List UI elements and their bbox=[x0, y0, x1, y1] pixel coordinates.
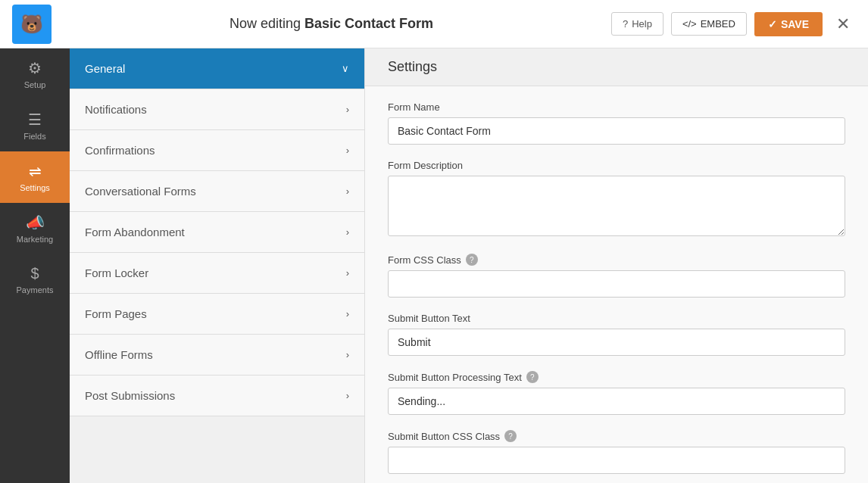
section-form-abandonment-label: Form Abandonment bbox=[85, 226, 185, 238]
topbar-actions: ? Help </> EMBED ✓ SAVE ✕ bbox=[611, 11, 856, 37]
form-css-class-group: Form CSS Class ? bbox=[388, 254, 845, 298]
submit-button-text-label: Submit Button Text bbox=[388, 313, 845, 324]
section-notifications: Notifications › bbox=[70, 89, 364, 130]
form-name-label-text: Form Name bbox=[388, 101, 440, 113]
section-form-pages-header[interactable]: Form Pages › bbox=[70, 294, 364, 334]
submit-button-text-group: Submit Button Text bbox=[388, 313, 845, 356]
submit-button-css-group: Submit Button CSS Class ? bbox=[388, 430, 845, 474]
section-conversational-forms-label: Conversational Forms bbox=[85, 185, 196, 198]
content-area: Settings Form Name Form Description bbox=[365, 48, 868, 483]
section-form-pages-label: Form Pages bbox=[85, 307, 147, 320]
help-button[interactable]: ? Help bbox=[611, 12, 663, 36]
form-name-title: Basic Contact Form bbox=[304, 16, 433, 31]
css-help-icon[interactable]: ? bbox=[504, 430, 517, 442]
section-post-submissions: Post Submissions › bbox=[70, 375, 364, 416]
sidebar-item-setup-label: Setup bbox=[24, 80, 46, 89]
check-icon: ✓ bbox=[768, 18, 777, 30]
section-form-locker-header[interactable]: Form Locker › bbox=[70, 253, 364, 293]
sidebar-item-settings[interactable]: ⇌ Settings bbox=[0, 151, 70, 203]
section-confirmations: Confirmations › bbox=[70, 130, 364, 171]
section-general: General ∨ bbox=[70, 48, 364, 89]
form-css-help-icon[interactable]: ? bbox=[466, 254, 478, 266]
form-description-input[interactable] bbox=[388, 176, 845, 236]
section-confirmations-label: Confirmations bbox=[85, 144, 155, 157]
settings-icon: ⇌ bbox=[29, 162, 42, 180]
section-form-locker-label: Form Locker bbox=[85, 266, 148, 279]
section-conversational-forms-header[interactable]: Conversational Forms › bbox=[70, 171, 364, 211]
marketing-icon: 📣 bbox=[26, 213, 45, 232]
chevron-right-icon: › bbox=[346, 349, 349, 360]
section-conversational-forms: Conversational Forms › bbox=[70, 171, 364, 212]
chevron-right-icon: › bbox=[346, 390, 349, 401]
sidebar-item-fields[interactable]: ☰ Fields bbox=[0, 100, 70, 151]
gear-icon: ⚙ bbox=[28, 59, 42, 77]
submit-button-processing-group: Submit Button Processing Text ? bbox=[388, 371, 845, 415]
submit-button-processing-label-text: Submit Button Processing Text bbox=[388, 372, 522, 383]
payments-icon: $ bbox=[30, 265, 39, 282]
fields-icon: ☰ bbox=[28, 111, 42, 129]
form-name-label: Form Name bbox=[388, 101, 845, 113]
section-post-submissions-label: Post Submissions bbox=[85, 389, 175, 402]
help-icon: ? bbox=[623, 18, 628, 30]
sidebar-item-settings-label: Settings bbox=[20, 183, 50, 192]
editing-title: Now editing Basic Contact Form bbox=[64, 16, 599, 32]
close-button[interactable]: ✕ bbox=[830, 11, 856, 37]
section-form-locker: Form Locker › bbox=[70, 253, 364, 294]
section-general-label: General bbox=[85, 62, 125, 75]
form-section: Form Name Form Description Form CSS Clas… bbox=[365, 86, 868, 483]
icon-sidebar: ⚙ Setup ☰ Fields ⇌ Settings 📣 Marketing … bbox=[0, 48, 70, 483]
chevron-right-icon: › bbox=[346, 145, 349, 156]
processing-help-icon[interactable]: ? bbox=[526, 371, 539, 383]
close-icon: ✕ bbox=[836, 14, 850, 33]
settings-title: Settings bbox=[388, 59, 437, 74]
submit-button-processing-label: Submit Button Processing Text ? bbox=[388, 371, 845, 383]
form-name-group: Form Name bbox=[388, 101, 845, 145]
form-description-label: Form Description bbox=[388, 160, 845, 171]
form-description-group: Form Description bbox=[388, 160, 845, 238]
section-general-header[interactable]: General ∨ bbox=[70, 48, 364, 89]
settings-header: Settings bbox=[365, 48, 868, 86]
form-css-class-label: Form CSS Class ? bbox=[388, 254, 845, 266]
chevron-right-icon: › bbox=[346, 185, 349, 197]
section-offline-forms-label: Offline Forms bbox=[85, 348, 153, 361]
settings-sidebar: General ∨ Notifications › Confirmations … bbox=[70, 48, 365, 483]
sidebar-item-payments-label: Payments bbox=[17, 285, 54, 294]
submit-button-css-label-text: Submit Button CSS Class bbox=[388, 431, 500, 442]
save-label: SAVE bbox=[781, 18, 809, 30]
form-description-label-text: Form Description bbox=[388, 160, 463, 171]
section-post-submissions-header[interactable]: Post Submissions › bbox=[70, 375, 364, 416]
section-form-abandonment-header[interactable]: Form Abandonment › bbox=[70, 212, 364, 252]
submit-button-text-label-text: Submit Button Text bbox=[388, 313, 470, 324]
section-confirmations-header[interactable]: Confirmations › bbox=[70, 130, 364, 170]
chevron-right-icon: › bbox=[346, 267, 349, 279]
section-notifications-label: Notifications bbox=[85, 103, 147, 116]
form-name-input[interactable] bbox=[388, 117, 845, 145]
topbar: 🐻 Now editing Basic Contact Form ? Help … bbox=[0, 0, 868, 48]
chevron-right-icon: › bbox=[346, 104, 349, 115]
save-button[interactable]: ✓ SAVE bbox=[754, 12, 823, 36]
app-logo: 🐻 bbox=[12, 5, 52, 44]
form-css-class-label-text: Form CSS Class bbox=[388, 254, 461, 266]
sidebar-item-fields-label: Fields bbox=[23, 132, 45, 141]
chevron-right-icon: › bbox=[346, 226, 349, 238]
section-form-pages: Form Pages › bbox=[70, 294, 364, 335]
submit-button-css-input[interactable] bbox=[388, 447, 845, 474]
editing-prefix: Now editing bbox=[229, 16, 304, 31]
section-form-abandonment: Form Abandonment › bbox=[70, 212, 364, 253]
code-icon: </> bbox=[682, 18, 697, 30]
embed-label: EMBED bbox=[701, 18, 735, 30]
sidebar-item-marketing[interactable]: 📣 Marketing bbox=[0, 203, 70, 254]
section-notifications-header[interactable]: Notifications › bbox=[70, 89, 364, 129]
embed-button[interactable]: </> EMBED bbox=[671, 12, 747, 36]
section-offline-forms-header[interactable]: Offline Forms › bbox=[70, 335, 364, 375]
sidebar-item-payments[interactable]: $ Payments bbox=[0, 254, 70, 305]
form-css-class-input[interactable] bbox=[388, 270, 845, 298]
sidebar-item-marketing-label: Marketing bbox=[17, 235, 53, 244]
submit-button-processing-input[interactable] bbox=[388, 388, 845, 415]
chevron-down-icon: ∨ bbox=[342, 63, 349, 74]
help-label: Help bbox=[632, 18, 652, 30]
submit-button-text-input[interactable] bbox=[388, 329, 845, 356]
submit-button-css-label: Submit Button CSS Class ? bbox=[388, 430, 845, 442]
section-offline-forms: Offline Forms › bbox=[70, 335, 364, 375]
sidebar-item-setup[interactable]: ⚙ Setup bbox=[0, 48, 70, 100]
